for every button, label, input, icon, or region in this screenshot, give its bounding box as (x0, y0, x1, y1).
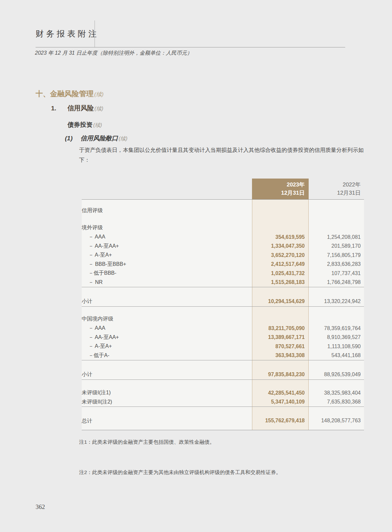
row-value-2023: 42,285,541,450 (252, 390, 309, 396)
subsection-title-text: 信用风险 (68, 104, 94, 112)
section-title: 十、金融风险管理(续) (36, 89, 103, 99)
row-value-2022: 38,325,983,404 (309, 390, 364, 396)
row-label: －低于BBB- (82, 270, 252, 277)
table-row: 小计10,294,154,62913,320,224,942 (82, 287, 364, 307)
column-header-2023: 2023年 12月31日 (252, 179, 309, 199)
exposure-title-text: 信用风险敞口 (80, 135, 118, 142)
row-value-2023: 3,652,270,120 (252, 252, 309, 258)
table-header: 2023年 12月31日 2022年 12月31日 (82, 179, 364, 199)
column-header-2023-date: 12月31日 (252, 189, 305, 197)
row-value-2022: 7,635,830,368 (309, 399, 364, 405)
subsection-credit-risk: 1.信用风险(续) (51, 104, 103, 113)
row-value-2022: 148,208,577,763 (309, 418, 364, 424)
subsection-bond-investment: 债券投资(续) (68, 121, 102, 129)
section-number: 十、 (36, 90, 50, 98)
table-row (82, 380, 364, 388)
row-value-2023: 354,619,595 (252, 234, 309, 240)
table-row: 中国境内评级 (82, 314, 364, 324)
section-continued-mark: (续) (94, 91, 103, 98)
table-row: 小计97,835,843,23088,926,539,049 (82, 360, 364, 380)
row-label: 总计 (82, 418, 252, 425)
row-value-2023: 155,762,679,418 (252, 418, 309, 424)
row-label: － AA-至AA+ (82, 243, 252, 250)
row-label: － A-至A+ (82, 252, 252, 259)
row-label: －低于A- (82, 352, 252, 359)
row-value-2022: 107,737,431 (309, 270, 364, 276)
row-value-2022: 543,441,168 (309, 352, 364, 358)
exposure-continued-mark: (续) (119, 136, 127, 141)
row-label: 信用评级 (82, 207, 252, 214)
subsection-number: 1. (51, 105, 56, 112)
row-label: 中国境内评级 (82, 316, 252, 322)
row-value-2023: 1,025,431,732 (252, 270, 309, 276)
table-row: 未评级I(注1)42,285,541,45038,325,983,404 (82, 388, 364, 398)
row-label: 未评级I(注1) (82, 389, 252, 396)
row-value-2023: 1,334,047,350 (252, 243, 309, 249)
row-label: － AA-至AA+ (82, 334, 252, 341)
table-row: 境外评级 (82, 223, 364, 233)
page-title: 财务报表附注 (36, 28, 99, 39)
table-row: － BBB-至BBB+2,412,517,6492,833,636,283 (82, 260, 364, 269)
table-row (82, 215, 364, 223)
row-value-2023: 363,943,308 (252, 352, 309, 358)
footnote-1-text: 此类未评级的金融资产主要包括国债、政策性金融债。 (92, 439, 215, 445)
row-label: 未评级II(注2) (82, 399, 252, 406)
footnote-1: 注1：此类未评级的金融资产主要包括国债、政策性金融债。 (79, 439, 215, 446)
table-row: －低于BBB-1,025,431,732107,737,431 (82, 269, 364, 278)
table-row: 未评级II(注2)5,347,140,1097,635,830,368 (82, 398, 364, 407)
row-value-2022: 201,589,170 (309, 243, 364, 249)
table-row: － AAA83,211,705,09078,359,619,764 (82, 324, 364, 333)
row-label: 小计 (82, 371, 252, 378)
subsection-continued-mark: (续) (95, 106, 103, 111)
column-header-2022: 2022年 12月31日 (309, 179, 364, 199)
row-value-2022: 1,113,108,590 (309, 344, 364, 350)
column-header-2022-year: 2022年 (309, 181, 361, 189)
row-label: 小计 (82, 298, 252, 305)
table-row: － AA-至AA+1,334,047,350201,589,170 (82, 242, 364, 251)
credit-quality-table: 信用评级境外评级－ AAA354,619,5951,254,208,081－ A… (82, 199, 364, 430)
intro-paragraph: 于资产负债表日，本集团以公允价值计量且其变动计入当期损益及计入其他综合收益的债券… (79, 145, 364, 165)
table-row: －低于A-363,943,308543,441,168 (82, 351, 364, 361)
row-value-2023: 10,294,154,629 (252, 298, 309, 304)
row-value-2023: 1,515,268,183 (252, 279, 309, 285)
table-row: － AAA354,619,5951,254,208,081 (82, 233, 364, 242)
header-divider (95, 20, 95, 47)
row-label: － NR (82, 279, 252, 286)
row-label: 境外评级 (82, 224, 252, 231)
table-row: － AA-至AA+13,389,667,1718,910,369,527 (82, 333, 364, 342)
row-label: － BBB-至BBB+ (82, 261, 252, 268)
row-value-2022: 88,926,539,049 (309, 372, 364, 378)
row-value-2022: 13,320,224,942 (309, 298, 364, 304)
row-value-2022: 1,766,248,798 (309, 279, 364, 285)
row-value-2022: 78,359,619,764 (309, 325, 364, 331)
page-number: 362 (36, 503, 45, 511)
row-value-2023: 870,527,661 (252, 344, 309, 350)
row-value-2023: 97,835,843,230 (252, 372, 309, 378)
column-header-2023-year: 2023年 (252, 181, 305, 189)
footnote-2-label: 注2： (79, 469, 92, 475)
row-value-2023: 13,389,667,171 (252, 334, 309, 340)
report-page: 财务报表附注 2023 年 12 月 31 日止年度（除特别注明外，金额单位：人… (0, 0, 392, 532)
section-title-text: 金融风险管理 (50, 90, 94, 98)
bond-title-text: 债券投资 (68, 121, 93, 128)
row-value-2023: 5,347,140,109 (252, 399, 309, 405)
footnote-2: 注2：此类未评级的金融资产主要为其他未由独立评级机构评级的债务工具和交易性证券。 (79, 469, 281, 476)
table-row: － A-至A+870,527,6611,113,108,590 (82, 342, 364, 351)
row-value-2022: 1,254,208,081 (309, 234, 364, 240)
footnote-1-label: 注1： (79, 439, 92, 445)
footnote-2-text: 此类未评级的金融资产主要为其他未由独立评级机构评级的债务工具和交易性证券。 (92, 469, 281, 475)
row-value-2023: 2,412,517,649 (252, 261, 309, 267)
row-label: － AAA (82, 325, 252, 332)
row-label: － A-至A+ (82, 343, 252, 350)
table-row: － NR1,515,268,1831,766,248,798 (82, 278, 364, 288)
row-label: － AAA (82, 234, 252, 240)
table-row: 信用评级 (82, 206, 364, 215)
exposure-number: (1) (65, 135, 72, 142)
subsection-credit-exposure: (1)信用风险敞口(续) (65, 134, 127, 143)
table-row: － A-至A+3,652,270,1207,156,805,179 (82, 251, 364, 260)
bond-continued-mark: (续) (93, 122, 102, 128)
header-subtitle: 2023 年 12 月 31 日止年度（除特别注明外，金额单位：人民币元） (35, 50, 192, 57)
table-rows: 信用评级境外评级－ AAA354,619,5951,254,208,081－ A… (82, 200, 364, 430)
row-value-2022: 2,833,636,283 (309, 261, 364, 267)
row-value-2022: 8,910,369,527 (309, 334, 364, 340)
